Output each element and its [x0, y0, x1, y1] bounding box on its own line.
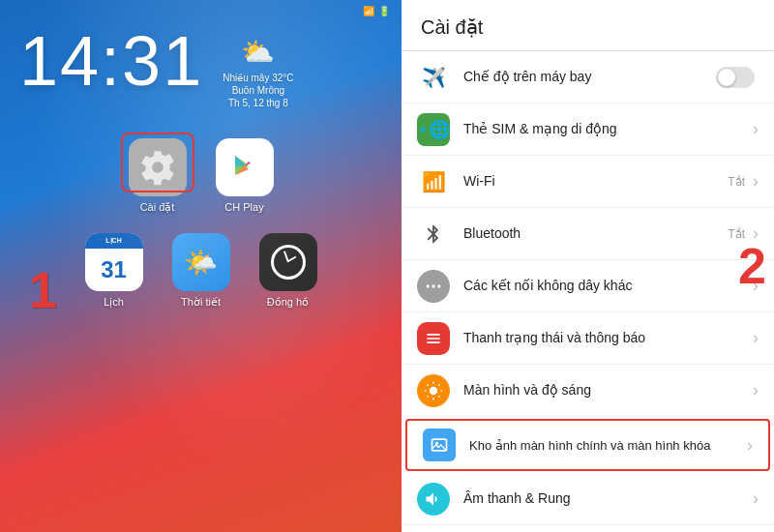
calendar-label: Lịch [104, 296, 124, 309]
notification-label: Thanh trạng thái và thông báo [463, 330, 645, 345]
chplay-icon-wrapper [216, 138, 274, 196]
app-settings[interactable]: Cài đặt [129, 138, 187, 214]
settings-item-sim[interactable]: 🌐 🌐 Thẻ SIM & mạng di động › [402, 103, 774, 156]
wifi-label: Wi-Fi [463, 173, 495, 189]
svg-point-3 [432, 284, 434, 287]
weather-app-icon: 🌤️ [172, 233, 230, 291]
notification-svg [424, 329, 443, 348]
svg-point-2 [427, 284, 430, 287]
notification-chevron: › [753, 328, 759, 348]
wallpaper-text: Kho ảnh màn hình chính và màn hình khóa [469, 436, 747, 455]
display-svg [424, 381, 443, 400]
toggle-knob [718, 69, 735, 86]
sound-text: Âm thanh & Rung [463, 489, 753, 507]
bluetooth-icon [417, 218, 450, 251]
wifi-status: Tắt [728, 175, 745, 189]
sound-icon [417, 483, 450, 516]
weather-icon: ⛅ [241, 36, 275, 68]
sound-chevron: › [753, 488, 759, 509]
wallpaper-chevron: › [747, 435, 753, 456]
chplay-label: CH Play [224, 201, 263, 213]
step-2-label: 2 [738, 237, 766, 295]
display-text: Màn hình và độ sáng [463, 381, 753, 399]
settings-item-sound[interactable]: Âm thanh & Rung › [402, 473, 774, 525]
bluetooth-label: Bluetooth [463, 225, 521, 241]
settings-panel-wrapper: Cài đặt ✈️ Chế độ trên máy bay 🌐 [402, 0, 774, 532]
airplane-icon: ✈️ [417, 61, 450, 94]
homescreen-panel: 📶 🔋 14:31 ⛅ Nhiều mây 32°CBuôn MrôngTh 5… [0, 0, 402, 532]
step-1-label: 1 [29, 261, 57, 319]
settings-item-wallpaper[interactable]: Kho ảnh màn hình chính và màn hình khóa … [405, 419, 770, 471]
display-icon [417, 374, 450, 407]
display-chevron: › [753, 380, 759, 400]
svg-text:🌐: 🌐 [420, 127, 427, 133]
settings-item-display[interactable]: Màn hình và độ sáng › [402, 365, 774, 417]
airplane-text: Chế độ trên máy bay [463, 68, 716, 85]
weather-emoji: 🌤️ [184, 247, 218, 279]
wallpaper-svg [430, 435, 449, 455]
app-chplay[interactable]: CH Play [216, 138, 274, 214]
settings-item-bluetooth[interactable]: Bluetooth Tắt › [402, 208, 774, 260]
status-icons: 📶 🔋 [363, 6, 390, 16]
connections-svg [424, 277, 443, 296]
weather-label: Thời tiết [181, 296, 221, 309]
airplane-toggle[interactable] [716, 67, 755, 88]
wallpaper-label: Kho ảnh màn hình chính và màn hình khóa [469, 438, 710, 453]
bluetooth-text: Bluetooth [463, 224, 728, 242]
svg-point-4 [437, 284, 440, 287]
app-grid-bottom: LỊCH 31 Lịch 🌤️ Thời tiết Đồn [0, 214, 402, 309]
settings-header: Cài đặt [402, 0, 774, 51]
wifi-text: Wi-Fi [463, 172, 728, 190]
highlight-box [121, 133, 194, 192]
sim-text: Thẻ SIM & mạng di động [463, 120, 753, 137]
wifi-chevron: › [753, 171, 759, 192]
settings-item-notification[interactable]: Thanh trạng thái và thông báo › [402, 312, 774, 365]
connections-text: Các kết nối không dây khác [463, 277, 753, 294]
display-label: Màn hình và độ sáng [463, 382, 591, 398]
clock-app-icon [259, 233, 317, 291]
wifi-icon: 📶 [417, 165, 450, 198]
clock-display: 14:31 [19, 26, 203, 96]
settings-item-wifi[interactable]: 📶 Wi-Fi Tắt › [402, 156, 774, 208]
airplane-label: Chế độ trên máy bay [463, 69, 591, 84]
weather-widget: ⛅ Nhiều mây 32°CBuôn MrôngTh 5, 12 thg 8 [223, 36, 293, 109]
weather-description: Nhiều mây 32°CBuôn MrôngTh 5, 12 thg 8 [223, 72, 293, 109]
clock-minute-hand [283, 251, 288, 262]
connections-label: Các kết nối không dây khác [463, 278, 632, 293]
app-clock[interactable]: Đồng hồ [259, 233, 317, 309]
status-bar: 📶 🔋 [0, 0, 402, 16]
calendar-date: 31 [101, 256, 127, 283]
svg-point-5 [430, 386, 437, 394]
play-store-icon [227, 150, 262, 185]
settings-item-airplane[interactable]: ✈️ Chế độ trên máy bay [402, 51, 774, 103]
settings-list: ✈️ Chế độ trên máy bay 🌐 🌐 [402, 51, 774, 532]
notification-text: Thanh trạng thái và thông báo [463, 329, 753, 346]
calendar-icon: LỊCH 31 [85, 233, 143, 291]
sim-label: Thẻ SIM & mạng di động [463, 121, 617, 136]
calendar-body: 31 [101, 249, 127, 291]
connections-icon [417, 270, 450, 303]
notification-icon [417, 322, 450, 355]
sim-icon: 🌐 🌐 [417, 113, 450, 146]
app-weather[interactable]: 🌤️ Thời tiết [172, 233, 230, 309]
time-weather-section: 14:31 ⛅ Nhiều mây 32°CBuôn MrôngTh 5, 12… [0, 16, 402, 109]
settings-panel: Cài đặt ✈️ Chế độ trên máy bay 🌐 [402, 0, 774, 532]
app-calendar[interactable]: LỊCH 31 Lịch [85, 233, 143, 309]
settings-label: Cài đặt [140, 201, 175, 214]
clock-label: Đồng hồ [267, 296, 309, 309]
calendar-header: LỊCH [85, 233, 143, 249]
bluetooth-svg [423, 223, 444, 245]
sound-label: Âm thanh & Rung [463, 490, 571, 506]
app-grid-top: Cài đặt [0, 109, 402, 214]
sim-chevron: › [753, 119, 759, 139]
settings-title: Cài đặt [421, 15, 755, 39]
clock-face [271, 245, 306, 280]
calendar-month-label: LỊCH [105, 237, 121, 245]
sim-svg: 🌐 [417, 120, 429, 139]
settings-item-connections[interactable]: Các kết nối không dây khác › [402, 260, 774, 312]
wallpaper-icon [423, 429, 456, 461]
sound-svg [424, 489, 443, 509]
